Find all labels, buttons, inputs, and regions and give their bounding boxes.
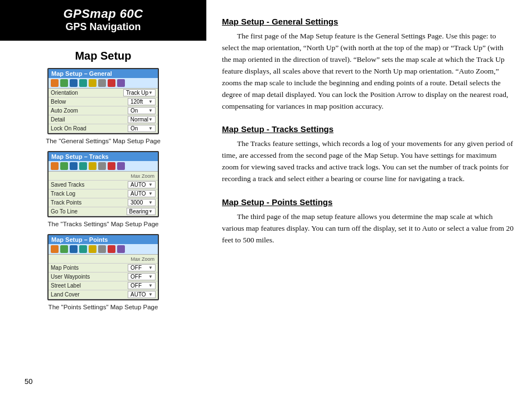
icon-5 <box>89 79 96 87</box>
gps-row: Max Zoom <box>49 172 158 181</box>
section-tracks: Map Setup - Tracks Settings The Tracks f… <box>222 124 514 185</box>
icon-8 <box>117 162 125 170</box>
body-points: The third page of the map setup feature … <box>222 211 514 246</box>
body-tracks: The Tracks feature settings, which recor… <box>222 138 514 185</box>
gps-icons-tracks <box>49 161 158 172</box>
icon-7 <box>108 245 115 253</box>
icon-2 <box>60 79 68 87</box>
icon-7 <box>108 79 115 87</box>
icon-6 <box>98 162 106 170</box>
page-number: 50 <box>12 374 219 390</box>
icon-7 <box>108 162 115 170</box>
gps-icons-general <box>49 78 158 89</box>
icon-5 <box>89 245 96 253</box>
title-sub: GPS Navigation <box>11 21 195 33</box>
gps-screen-points: Map Setup – Points Max Zoom Map PointsOF… <box>47 234 159 300</box>
gps-rows-tracks: Max Zoom Saved TracksAUTO ▼ Track LogAUT… <box>49 172 158 216</box>
title-main: GPSmap 60C <box>11 7 195 21</box>
section-general: Map Setup - General Settings The first p… <box>222 17 514 112</box>
gps-row: Saved TracksAUTO ▼ <box>49 181 158 189</box>
gps-row: Track Points3000 ▼ <box>49 198 158 207</box>
icon-6 <box>98 79 106 87</box>
gps-titlebar-tracks: Map Setup – Tracks <box>49 152 158 161</box>
caption-tracks: The "Tracks Settings" Map Setup Page <box>17 221 190 227</box>
main-content: Map Setup - General Settings The first p… <box>206 0 532 399</box>
heading-tracks: Map Setup - Tracks Settings <box>222 124 514 134</box>
gps-row: DetailNormal ▼ <box>49 115 158 124</box>
gps-screen-general: Map Setup – General OrientationTrack Up … <box>47 68 159 134</box>
icon-2 <box>60 162 68 170</box>
icon-3 <box>70 162 78 170</box>
gps-row: Street LabelOFF ▼ <box>49 281 158 290</box>
heading-general: Map Setup - General Settings <box>222 17 514 26</box>
gps-row: Auto ZoomOn ▼ <box>49 106 158 115</box>
sidebar: GPSmap 60C GPS Navigation Map Setup Map … <box>0 0 206 399</box>
caption-general: The "General Settings" Map Setup Page <box>17 138 190 144</box>
body-general: The first page of the Map Setup feature … <box>222 31 514 112</box>
gps-row: Land CoverAUTO ▼ <box>49 290 158 299</box>
icon-4 <box>79 162 87 170</box>
icon-2 <box>60 245 68 253</box>
gps-screen-tracks: Map Setup – Tracks Max Zoom Saved Tracks… <box>47 151 159 217</box>
icon-1 <box>51 79 59 87</box>
icon-4 <box>79 245 87 253</box>
icon-1 <box>51 162 59 170</box>
gps-rows-points: Max Zoom Map PointsOFF ▼ User WaypointsO… <box>49 255 158 299</box>
gps-row: Lock On RoadOn ▼ <box>49 124 158 133</box>
caption-points: The "Points Settings" Map Setup Page <box>17 304 190 310</box>
icon-8 <box>117 245 125 253</box>
gps-rows-general: OrientationTrack Up ▼ Below120ft ▼ Auto … <box>49 89 158 133</box>
gps-row: Max Zoom <box>49 255 158 264</box>
gps-icons-points <box>49 244 158 255</box>
gps-row: User WaypointsOFF ▼ <box>49 273 158 281</box>
gps-titlebar-points: Map Setup – Points <box>49 235 158 244</box>
section-title: Map Setup <box>17 50 190 62</box>
icon-3 <box>70 79 78 87</box>
gps-row: Map PointsOFF ▼ <box>49 264 158 273</box>
icon-3 <box>70 245 78 253</box>
gps-row: Go To LineBearing ▼ <box>49 207 158 216</box>
gps-row: OrientationTrack Up ▼ <box>49 89 158 98</box>
icon-1 <box>51 245 59 253</box>
gps-row: Below120ft ▼ <box>49 98 158 106</box>
section-points: Map Setup - Points Settings The third pa… <box>222 197 514 246</box>
gps-titlebar-general: Map Setup – General <box>49 69 158 78</box>
sidebar-content: Map Setup Map Setup – General Orientatio… <box>0 41 206 383</box>
sidebar-header: GPSmap 60C GPS Navigation <box>0 0 206 41</box>
icon-8 <box>117 79 125 87</box>
icon-5 <box>89 162 96 170</box>
icon-6 <box>98 245 106 253</box>
heading-points: Map Setup - Points Settings <box>222 197 514 207</box>
gps-row: Track LogAUTO ▼ <box>49 189 158 198</box>
icon-4 <box>79 79 87 87</box>
